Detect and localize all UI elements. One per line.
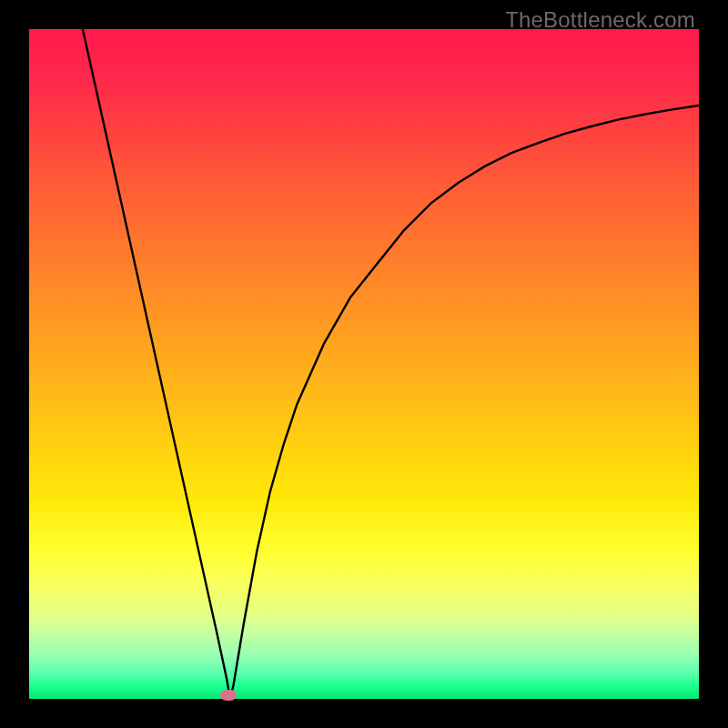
bottleneck-curve (29, 29, 699, 699)
watermark-text: TheBottleneck.com (505, 7, 695, 33)
optimal-point-marker (220, 690, 237, 701)
